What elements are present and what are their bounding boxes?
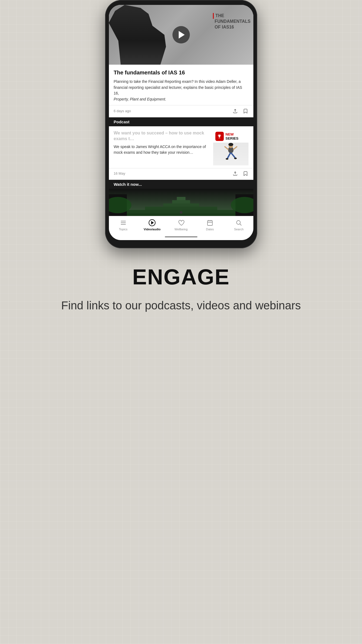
svg-point-1 (219, 135, 221, 137)
nav-search[interactable]: Search (224, 219, 253, 231)
watch-now-label: Watch it now... (114, 182, 142, 187)
heart-icon (177, 219, 185, 227)
new-label: NEW (225, 132, 234, 136)
nav-wellbeing[interactable]: Wellbeing (166, 219, 195, 231)
nav-wellbeing-label: Wellbeing (174, 228, 187, 231)
podcast-text: We want you to succeed – how to use mock… (114, 130, 209, 165)
article-content: The fundamentals of IAS 16 Planning to t… (109, 65, 253, 105)
svg-line-7 (234, 147, 237, 149)
article-body-italic: Property, Plant and Equipment. (114, 97, 166, 101)
phone-shell: THE FUNDAMENTALS OF IAS16 The fundamenta… (105, 0, 257, 248)
nav-dates[interactable]: Dates (196, 219, 224, 231)
svg-point-11 (234, 158, 237, 159)
svg-line-9 (231, 153, 235, 158)
svg-line-33 (240, 224, 242, 225)
new-series-text: NEW SERIES (225, 132, 246, 140)
video-title-line2: FUNDAMENTALS (213, 19, 250, 24)
video-title-line3: OF IAS16 (213, 24, 250, 30)
svg-line-6 (225, 147, 228, 149)
svg-rect-18 (177, 197, 185, 200)
bookmark-button[interactable] (243, 108, 248, 114)
menu-icon (119, 219, 127, 227)
svg-marker-27 (152, 221, 153, 224)
svg-rect-17 (172, 200, 190, 203)
article-body-text: Planning to take the Financial Reporting… (114, 79, 242, 95)
podcast-bookmark-button[interactable] (243, 171, 248, 177)
carousel-dot (180, 211, 182, 214)
podcast-description: We speak to James Wright ACCA on the imp… (114, 144, 209, 155)
svg-point-10 (226, 158, 228, 160)
engage-subtitle: Find links to our podcasts, videos and w… (61, 298, 301, 314)
svg-rect-28 (207, 221, 212, 225)
article-title: The fundamentals of IAS 16 (114, 69, 248, 76)
video-title-line1: THE (213, 13, 250, 19)
video-title-overlay: THE FUNDAMENTALS OF IAS16 (213, 13, 250, 30)
podcast-person-image (213, 143, 248, 165)
podcast-card[interactable]: We want you to succeed – how to use mock… (109, 126, 253, 168)
nav-topics[interactable]: Topics (109, 219, 138, 231)
nav-search-label: Search (234, 228, 244, 231)
podcast-actions (232, 171, 248, 177)
phone-screen: THE FUNDAMENTALS OF IAS16 The fundamenta… (109, 5, 253, 240)
bottom-navigation: Topics Video/audio Wellbeing (109, 216, 253, 233)
podcast-date: 16 May (114, 171, 125, 175)
svg-line-8 (228, 153, 230, 158)
nav-video-label: Video/audio (144, 228, 160, 231)
play-triangle-icon (179, 31, 185, 39)
article-body: Planning to take the Financial Reporting… (114, 79, 248, 102)
podcast-badge (215, 132, 224, 141)
svg-point-5 (228, 143, 233, 146)
share-button[interactable] (232, 108, 238, 114)
podcast-section-header: Podcast (109, 117, 253, 126)
article-actions (232, 108, 248, 114)
article-footer: 6 days ago (109, 105, 253, 117)
play-button[interactable] (172, 26, 190, 43)
podcast-title: We want you to succeed – how to use mock… (114, 130, 209, 142)
podcast-section-label: Podcast (114, 120, 130, 124)
engage-title: ENGAGE (61, 265, 301, 290)
podcast-image: NEW SERIES (213, 130, 248, 165)
podcast-share-button[interactable] (232, 171, 238, 177)
watch-now-image[interactable] (109, 189, 253, 216)
nav-topics-label: Topics (119, 228, 127, 231)
calendar-icon (206, 219, 214, 227)
svg-point-32 (237, 221, 240, 224)
home-indicator (165, 236, 197, 237)
nav-dates-label: Dates (206, 228, 214, 231)
nav-video-audio[interactable]: Video/audio (138, 219, 166, 231)
svg-rect-15 (145, 207, 217, 210)
podcast-footer: 16 May (109, 168, 253, 180)
article-date: 6 days ago (114, 109, 131, 113)
bottom-section: ENGAGE Find links to our podcasts, video… (39, 265, 322, 335)
series-label: SERIES (225, 136, 238, 140)
video-thumbnail[interactable]: THE FUNDAMENTALS OF IAS16 (109, 5, 253, 65)
watch-now-header: Watch it now... (109, 180, 253, 189)
play-circle-icon (148, 219, 156, 227)
svg-rect-16 (163, 203, 199, 207)
svg-rect-2 (219, 137, 220, 137)
search-icon (235, 219, 243, 227)
new-series-banner: NEW SERIES (213, 130, 248, 143)
